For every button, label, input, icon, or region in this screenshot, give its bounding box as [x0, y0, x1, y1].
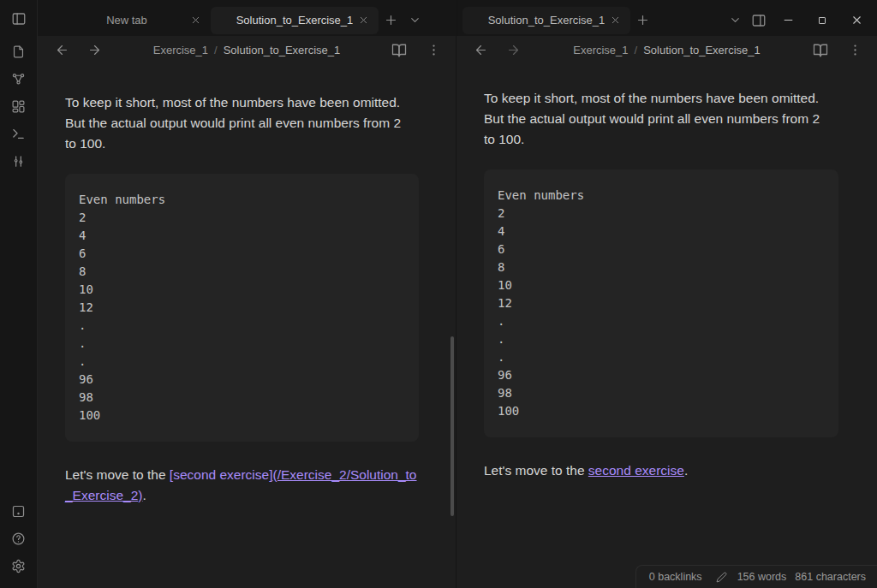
pane-header: Exercise_1 / Solution_to_Exercise_1 — [38, 36, 456, 64]
help-icon[interactable] — [7, 526, 31, 550]
tab-group-left: New tab Solution_to_Exercise_1 — [38, 0, 456, 36]
markdown-link-label[interactable]: [second exercise] — [170, 467, 273, 482]
reader-content: To keep it short, most of the numbers ha… — [456, 64, 877, 587]
tab-solution-to-exercise-1-right[interactable]: Solution_to_Exercise_1 — [462, 7, 630, 34]
editor-content[interactable]: . To keep it short, most of the numbers … — [38, 64, 456, 587]
close-window-icon[interactable] — [839, 7, 874, 34]
character-count: 861 characters — [795, 571, 866, 583]
link-prefix-text: Let's move to the — [484, 463, 588, 478]
scrolled-text-fragment: . — [97, 88, 100, 109]
tab-label: New tab — [106, 14, 147, 27]
workspace: Exercise_1 / Solution_to_Exercise_1 . To… — [38, 36, 877, 588]
back-arrow-icon[interactable] — [50, 39, 74, 62]
breadcrumb-current[interactable]: Solution_to_Exercise_1 — [643, 44, 761, 56]
link-paragraph-rendered: Let's move to the second exercise. — [484, 460, 839, 481]
breadcrumb-current[interactable]: Solution_to_Exercise_1 — [224, 44, 341, 56]
canvas-icon[interactable] — [7, 94, 31, 118]
paragraph: To keep it short, most of the numbers ha… — [484, 88, 825, 150]
minimize-icon[interactable] — [771, 7, 805, 34]
new-tab-icon[interactable] — [630, 9, 654, 33]
forward-arrow-icon[interactable] — [82, 39, 106, 62]
ribbon — [0, 0, 38, 588]
pencil-icon — [715, 570, 729, 584]
reading-mode-toggle-icon[interactable] — [387, 39, 411, 62]
tab-label: Solution_to_Exercise_1 — [488, 14, 606, 27]
forward-arrow-icon[interactable] — [501, 39, 525, 62]
breadcrumb: Exercise_1 / Solution_to_Exercise_1 — [106, 44, 387, 56]
vault-switcher-icon[interactable] — [7, 499, 31, 523]
reading-mode-toggle-icon[interactable] — [808, 39, 832, 62]
ribbon-bottom-group — [7, 499, 31, 578]
word-count: 156 words — [737, 571, 787, 583]
terminal-icon[interactable] — [7, 122, 31, 146]
status-bar: 0 backlinks 156 words 861 characters — [635, 565, 877, 588]
files-icon[interactable] — [7, 39, 31, 63]
close-icon[interactable] — [353, 10, 373, 31]
tab-new-tab[interactable]: New tab — [43, 7, 211, 34]
breadcrumb-parent[interactable]: Exercise_1 — [573, 44, 628, 56]
tab-list-chevron-icon[interactable] — [403, 9, 427, 33]
settings-icon[interactable] — [7, 554, 31, 578]
paragraph: To keep it short, most of the numbers ha… — [65, 92, 406, 154]
maximize-icon[interactable] — [805, 7, 839, 34]
back-arrow-icon[interactable] — [468, 39, 492, 62]
link-suffix-text: . — [684, 463, 688, 478]
close-icon[interactable] — [185, 10, 206, 31]
backlinks-count[interactable]: 0 backlinks — [649, 571, 702, 583]
scrollbar-thumb[interactable] — [450, 336, 454, 516]
tab-group-right: Solution_to_Exercise_1 — [456, 0, 877, 36]
second-exercise-link[interactable]: second exercise — [588, 463, 684, 478]
app-window: New tab Solution_to_Exercise_1 Solution_… — [0, 0, 877, 588]
ribbon-top-group — [7, 39, 31, 173]
new-tab-icon[interactable] — [379, 9, 403, 33]
breadcrumb: Exercise_1 / Solution_to_Exercise_1 — [525, 44, 808, 56]
graph-view-icon[interactable] — [7, 67, 31, 91]
tab-bar: New tab Solution_to_Exercise_1 Solution_… — [38, 0, 877, 36]
code-block: Even numbers 2 4 6 8 10 12 . . . 96 98 1… — [484, 169, 838, 437]
breadcrumb-separator: / — [635, 44, 638, 56]
close-icon[interactable] — [605, 10, 625, 31]
more-options-icon[interactable] — [421, 39, 445, 62]
panel-right-toggle-icon[interactable] — [747, 9, 771, 33]
tab-list-chevron-icon[interactable] — [723, 9, 747, 33]
pane-right-reader: Exercise_1 / Solution_to_Exercise_1 To k… — [456, 36, 877, 588]
command-palette-icon[interactable] — [7, 149, 31, 173]
link-prefix-text: Let's move to the — [65, 467, 170, 482]
word-count-group: 156 words 861 characters — [715, 570, 866, 584]
link-paragraph-source: Let's move to the [second exercise](/Exe… — [65, 465, 419, 506]
breadcrumb-parent[interactable]: Exercise_1 — [153, 44, 208, 56]
tab-label: Solution_to_Exercise_1 — [236, 14, 354, 27]
pane-header: Exercise_1 / Solution_to_Exercise_1 — [456, 36, 877, 64]
pane-left-editor: Exercise_1 / Solution_to_Exercise_1 . To… — [38, 36, 456, 588]
link-suffix-text: . — [142, 488, 146, 502]
breadcrumb-separator: / — [214, 44, 218, 56]
tab-solution-to-exercise-1[interactable]: Solution_to_Exercise_1 — [211, 7, 379, 34]
panel-left-toggle-icon[interactable] — [7, 7, 31, 31]
more-options-icon[interactable] — [843, 39, 867, 62]
code-block: Even numbers 2 4 6 8 10 12 . . . 96 98 1… — [65, 174, 419, 442]
